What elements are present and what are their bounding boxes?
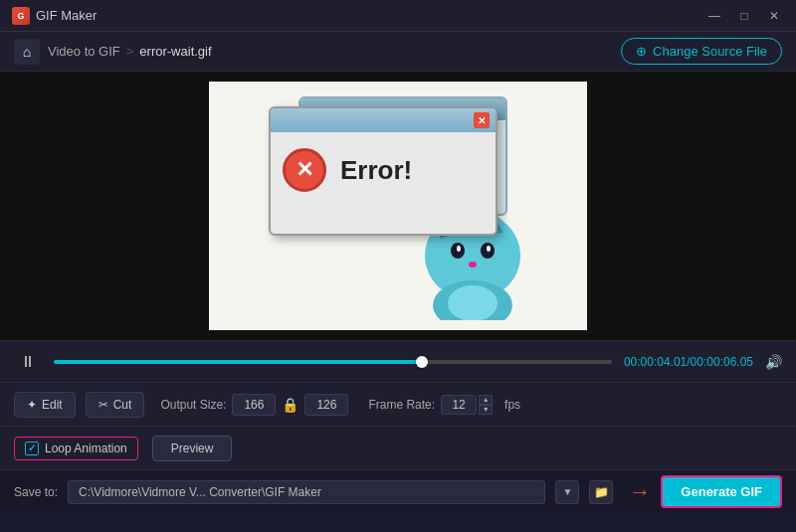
- gif-preview: ✕ ✕ Error!: [199, 77, 597, 335]
- options-bar: ✦ Edit ✂ Cut Output Size: 🔒 Frame Rate: …: [0, 382, 796, 426]
- change-source-button[interactable]: ⊕ Change Source File: [621, 38, 782, 65]
- cut-button[interactable]: ✂ Cut: [86, 392, 145, 418]
- time-display: 00:00:04.01/00:00:06.05: [624, 355, 753, 369]
- title-bar: G GIF Maker — □ ✕: [0, 0, 796, 32]
- svg-point-9: [469, 262, 477, 267]
- progress-fill: [54, 360, 422, 364]
- height-input[interactable]: [304, 394, 348, 416]
- output-size-group: Output Size: 🔒: [160, 394, 348, 416]
- change-source-label: Change Source File: [653, 44, 767, 59]
- controls-bar: ⏸ 00:00:04.01/00:00:06.05 🔊: [0, 340, 796, 382]
- dialog-content: ✕ Error!: [271, 132, 496, 208]
- edit-icon: ✦: [27, 398, 37, 412]
- app-icon: G: [12, 7, 30, 25]
- save-dropdown-button[interactable]: ▼: [555, 480, 579, 504]
- error-circle-icon: ✕: [283, 148, 326, 192]
- breadcrumb: Video to GIF > error-wait.gif: [48, 44, 212, 59]
- volume-icon[interactable]: 🔊: [765, 354, 782, 370]
- dialog-close-icon: ✕: [474, 112, 490, 128]
- save-bar: Save to: ▼ 📁 → Generate GIF: [0, 469, 796, 513]
- edit-button[interactable]: ✦ Edit: [14, 392, 76, 418]
- frame-rate-group: Frame Rate: ▲ ▼ fps: [368, 395, 520, 415]
- maximize-button[interactable]: □: [730, 5, 758, 27]
- svg-point-7: [457, 246, 461, 252]
- lock-icon[interactable]: 🔒: [282, 397, 298, 413]
- video-preview-area: ✕ ✕ Error!: [0, 72, 796, 340]
- preview-button[interactable]: Preview: [152, 436, 233, 461]
- scene-container: ✕ ✕ Error!: [209, 82, 587, 330]
- output-size-label: Output Size:: [160, 398, 226, 412]
- cut-label: Cut: [113, 398, 132, 412]
- breadcrumb-current: error-wait.gif: [139, 44, 211, 59]
- svg-point-11: [448, 285, 498, 320]
- arrow-indicator: →: [629, 479, 651, 505]
- progress-thumb: [416, 356, 428, 368]
- breadcrumb-parent: Video to GIF: [48, 44, 120, 59]
- fps-input[interactable]: [441, 395, 477, 415]
- edit-label: Edit: [42, 398, 63, 412]
- fps-unit: fps: [504, 398, 520, 412]
- minimize-button[interactable]: —: [700, 5, 728, 27]
- close-button[interactable]: ✕: [760, 5, 788, 27]
- home-button[interactable]: ⌂: [14, 39, 40, 65]
- fps-arrows: ▲ ▼: [479, 395, 493, 415]
- error-dialog: ✕ ✕ Error!: [269, 106, 498, 236]
- fps-input-group: ▲ ▼: [441, 395, 493, 415]
- dialog-title-bar: ✕: [271, 108, 496, 132]
- svg-point-8: [487, 246, 491, 252]
- breadcrumb-separator: >: [126, 44, 134, 59]
- save-to-label: Save to:: [14, 485, 58, 499]
- loop-animation-checkbox[interactable]: ✓: [25, 442, 39, 455]
- frame-rate-label: Frame Rate:: [368, 398, 435, 412]
- checkbox-checkmark: ✓: [28, 443, 36, 453]
- cut-icon: ✂: [99, 398, 108, 412]
- loop-animation-label: Loop Animation: [45, 442, 127, 455]
- change-source-icon: ⊕: [636, 44, 647, 59]
- window-controls: — □ ✕: [700, 5, 788, 27]
- error-message-text: Error!: [340, 155, 412, 186]
- app-title: GIF Maker: [36, 8, 97, 23]
- width-input[interactable]: [232, 394, 276, 416]
- save-folder-button[interactable]: 📁: [589, 480, 613, 504]
- loop-animation-checkbox-wrap[interactable]: ✓ Loop Animation: [14, 437, 138, 460]
- save-path-input[interactable]: [68, 480, 545, 504]
- fps-up-button[interactable]: ▲: [479, 395, 493, 405]
- pause-button[interactable]: ⏸: [14, 348, 42, 376]
- progress-bar[interactable]: [54, 360, 612, 364]
- fps-down-button[interactable]: ▼: [479, 405, 493, 415]
- loop-animation-bar: ✓ Loop Animation Preview: [0, 426, 796, 469]
- nav-bar: ⌂ Video to GIF > error-wait.gif ⊕ Change…: [0, 32, 796, 72]
- generate-gif-button[interactable]: Generate GIF: [661, 475, 782, 508]
